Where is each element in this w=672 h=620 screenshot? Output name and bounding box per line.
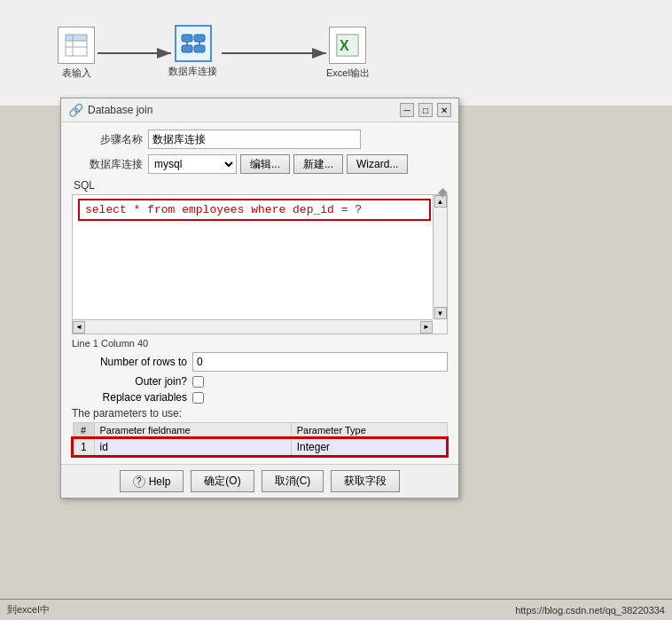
scroll-diamond-icon: ◆ xyxy=(438,184,448,199)
edit-button[interactable]: 编辑... xyxy=(240,154,290,174)
minimize-button[interactable]: ─ xyxy=(400,103,414,117)
restore-icon: □ xyxy=(423,106,428,115)
outer-join-label: Outer join? xyxy=(72,375,187,388)
get-fields-button[interactable]: 获取字段 xyxy=(331,470,400,492)
col-type-header: Parameter Type xyxy=(291,423,447,439)
dialog-title-bar: 🔗 Database join ─ □ ✕ xyxy=(61,98,458,122)
node-db-join-label: 数据库连接 xyxy=(168,65,217,78)
sql-content-area[interactable]: select * from employees where dep_id = ? xyxy=(73,195,447,319)
status-right: https://blog.csdn.net/qq_38220334 xyxy=(515,605,665,616)
status-bar: 到excel中 https://blog.csdn.net/qq_3822033… xyxy=(0,599,672,620)
node-table-input-label: 表输入 xyxy=(62,67,91,80)
outer-join-checkbox[interactable] xyxy=(192,376,204,388)
sql-query-box: select * from employees where dep_id = ? xyxy=(78,199,431,221)
minimize-icon: ─ xyxy=(403,106,410,115)
help-button[interactable]: ? Help xyxy=(120,470,184,492)
help-icon: ? xyxy=(133,475,145,488)
close-icon: ✕ xyxy=(441,106,448,115)
node-excel-output[interactable]: X Excel输出 xyxy=(326,27,370,80)
step-name-input[interactable] xyxy=(148,129,361,149)
status-line: Line 1 Column 40 xyxy=(72,338,448,349)
sql-query-text: select * from employees where dep_id = ? xyxy=(85,203,362,216)
replace-vars-label: Replace variables xyxy=(72,391,187,404)
sql-editor-container: select * from employees where dep_id = ?… xyxy=(72,194,448,334)
dialog-footer: ? Help 确定(O) 取消(C) 获取字段 xyxy=(61,464,458,498)
rows-row: Number of rows to xyxy=(72,352,448,372)
rows-label: Number of rows to xyxy=(72,356,187,368)
replace-vars-row: Replace variables xyxy=(72,391,448,404)
workflow-canvas: 表输入 数据库连接 X Excel输出 xyxy=(0,0,672,106)
restore-button[interactable]: □ xyxy=(418,103,433,117)
svg-rect-11 xyxy=(194,45,205,52)
svg-rect-8 xyxy=(182,35,192,42)
scroll-right-button[interactable]: ► xyxy=(420,321,433,334)
svg-rect-9 xyxy=(194,35,205,42)
scroll-down-button[interactable]: ▼ xyxy=(434,307,447,319)
dialog-title-label: Database join xyxy=(88,104,152,116)
help-label: Help xyxy=(149,475,171,488)
database-join-dialog: 🔗 Database join ─ □ ✕ 步骤名称 数据库连接 mysql xyxy=(60,98,459,498)
dialog-title-icon: 🔗 xyxy=(68,103,83,117)
outer-join-row: Outer join? xyxy=(72,375,448,388)
close-button[interactable]: ✕ xyxy=(437,103,451,117)
wizard-button[interactable]: Wizard... xyxy=(347,154,408,174)
ok-button[interactable]: 确定(O) xyxy=(191,470,254,492)
node-excel-output-label: Excel输出 xyxy=(326,67,370,80)
scroll-down-icon: ▼ xyxy=(437,310,444,318)
replace-vars-checkbox[interactable] xyxy=(192,392,204,404)
scroll-left-icon: ◄ xyxy=(75,323,82,331)
col-num-header: # xyxy=(73,423,94,439)
scroll-right-icon: ► xyxy=(423,323,430,331)
node-db-join[interactable]: 数据库连接 xyxy=(168,25,217,78)
rows-input[interactable] xyxy=(192,352,448,372)
svg-rect-7 xyxy=(66,35,87,41)
horizontal-scrollbar[interactable]: ◄ ► xyxy=(73,319,433,334)
step-name-row: 步骤名称 xyxy=(72,129,448,149)
params-table-header: # Parameter fieldname Parameter Type xyxy=(73,423,447,439)
dialog-body: 步骤名称 数据库连接 mysql 编辑... 新建... Wizard... S… xyxy=(61,122,458,464)
row-num-cell: 1 xyxy=(73,438,94,456)
db-connection-row: 数据库连接 mysql 编辑... 新建... Wizard... xyxy=(72,154,448,174)
svg-text:X: X xyxy=(340,38,349,53)
status-left: 到excel中 xyxy=(7,603,50,616)
sql-section-label: SQL xyxy=(72,179,448,192)
scroll-left-button[interactable]: ◄ xyxy=(73,321,85,334)
excel-output-icon: X xyxy=(329,27,366,64)
col-fieldname-header: Parameter fieldname xyxy=(94,423,291,439)
db-connection-label: 数据库连接 xyxy=(72,157,143,172)
step-name-label: 步骤名称 xyxy=(72,132,143,147)
svg-rect-10 xyxy=(182,45,192,52)
cancel-button[interactable]: 取消(C) xyxy=(262,470,324,492)
row-fieldname-cell[interactable]: id xyxy=(94,438,291,456)
node-table-input[interactable]: 表输入 xyxy=(58,27,95,80)
db-connection-select[interactable]: mysql xyxy=(148,154,237,174)
vertical-scrollbar[interactable]: ▲ ◆ ▼ xyxy=(433,195,447,319)
dialog-title: 🔗 Database join xyxy=(68,103,152,117)
table-input-icon xyxy=(58,27,95,64)
db-join-icon xyxy=(175,25,212,62)
params-table: # Parameter fieldname Parameter Type 1 i… xyxy=(72,422,448,457)
new-button[interactable]: 新建... xyxy=(293,154,343,174)
params-label: The parameters to use: xyxy=(72,407,448,420)
row-type-cell[interactable]: Integer xyxy=(291,438,447,456)
dialog-title-controls: ─ □ ✕ xyxy=(400,103,451,117)
table-row[interactable]: 1 id Integer xyxy=(73,438,447,456)
